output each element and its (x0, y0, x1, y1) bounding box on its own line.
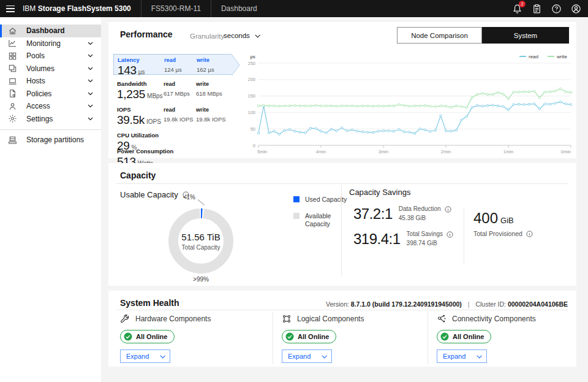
check-circle-icon (285, 332, 294, 341)
check-circle-icon (440, 332, 449, 341)
sidebar-item-access[interactable]: Access (0, 100, 101, 113)
health-logical-components: Logical ComponentsAll OnlineExpand (282, 314, 364, 363)
sidebar-item-label: Volumes (26, 64, 55, 73)
user-account-icon[interactable] (571, 4, 581, 14)
metric-read: read19.8k IOPS (164, 107, 194, 123)
chevron-down-icon (88, 42, 93, 45)
health-vertical-divider (428, 311, 428, 364)
home-icon (8, 26, 17, 36)
settings-icon (8, 114, 17, 123)
granularity-select[interactable]: seconds (224, 32, 259, 39)
view-toggle: Node Comparison System (397, 27, 569, 44)
product-prefix: IBM (23, 4, 36, 13)
expand-button[interactable]: Expand (120, 350, 170, 363)
available-percent-label: >99% (161, 276, 241, 283)
sidebar-item-volumes[interactable]: Volumes (0, 63, 101, 75)
expand-label: Expand (443, 353, 466, 360)
connectivity-icon (437, 314, 447, 324)
total-provisioned-label: Total Provisioned (473, 230, 522, 237)
status-badge-all-online[interactable]: All Online (282, 330, 336, 343)
metric-write: write618 MBps (196, 81, 222, 97)
sidebar-item-settings[interactable]: Settings (0, 113, 101, 126)
used-capacity-swatch (293, 196, 300, 202)
granularity-label: Granularity (190, 32, 224, 40)
status-badge-all-online[interactable]: All Online (120, 330, 175, 343)
access-icon (8, 102, 17, 111)
status-label: All Online (136, 333, 167, 340)
metric-read: read617 MBps (164, 81, 190, 97)
pools-icon (8, 52, 17, 61)
info-icon[interactable] (526, 231, 533, 237)
sidebar-item-pools[interactable]: Pools (0, 50, 101, 63)
cluster-id-value: 00000204A04106BE (508, 300, 568, 308)
sidebar-item-storage-partitions[interactable]: Storage partitions (0, 134, 101, 147)
system-name[interactable]: FS5300-RM-11 (141, 4, 211, 13)
sidebar-item-dashboard[interactable]: Dashboard (0, 25, 101, 37)
expand-button[interactable]: Expand (437, 350, 487, 363)
svg-text:µs: µs (251, 54, 256, 59)
total-savings-label: Total Savings (407, 230, 443, 239)
expand-button[interactable]: Expand (282, 350, 332, 363)
version-line: Version: 8.7.1.0 (build 179.12.240919194… (326, 300, 568, 308)
svg-text:2min: 2min (441, 149, 451, 155)
sidebar-item-label: Monitoring (26, 39, 61, 48)
monitoring-icon (8, 39, 17, 48)
total-provisioned-unit: GiB (500, 216, 514, 225)
sidebar-item-monitoring[interactable]: Monitoring (0, 37, 101, 50)
health-divider (116, 310, 568, 310)
latency-line-chart: 050100150200250µs5min4min3min2min1min0mi… (245, 53, 576, 157)
info-icon[interactable] (445, 206, 451, 213)
help-icon[interactable] (551, 4, 562, 14)
data-reduction-amount: 45.38 GiB (399, 214, 451, 223)
chevron-down-icon (160, 353, 165, 358)
chevron-down-icon (88, 54, 93, 58)
check-circle-icon (124, 332, 132, 341)
svg-text:4min: 4min (316, 149, 326, 155)
status-badge-all-online[interactable]: All Online (437, 330, 491, 343)
usable-capacity-donut: 51.56 TiB Total Capacity (161, 201, 241, 281)
svg-text:150: 150 (247, 93, 255, 99)
sidebar-divider (0, 129, 101, 130)
selected-metric-arrow (232, 54, 240, 76)
sidebar-item-label: Dashboard (26, 26, 65, 35)
svg-text:1min: 1min (503, 149, 513, 155)
toggle-node-comparison[interactable]: Node Comparison (397, 27, 482, 44)
metric-label: Power Consumption (117, 148, 232, 155)
capacity-divider (116, 183, 568, 184)
info-icon[interactable] (447, 231, 453, 238)
metric-write: write19.8k IOPS (196, 107, 226, 123)
chevron-down-icon (88, 67, 93, 71)
sidebar-item-label: Policies (26, 90, 51, 98)
breadcrumb-page[interactable]: Dashboard (211, 4, 267, 13)
svg-text:50: 50 (251, 126, 255, 132)
expand-label: Expand (288, 353, 311, 360)
svg-text:0: 0 (253, 143, 255, 148)
total-provisioned-block: 400GiB Total Provisioned (473, 210, 533, 237)
policies-icon (8, 89, 17, 98)
metric-read: read124 µs (164, 57, 182, 73)
chevron-down-icon (88, 117, 93, 121)
sidebar-item-policies[interactable]: Policies (0, 88, 101, 101)
status-label: All Online (298, 333, 329, 340)
total-provisioned-value: 400 (473, 210, 498, 226)
menu-hamburger-icon[interactable] (6, 6, 15, 12)
status-label: All Online (453, 333, 484, 340)
tasks-clipboard-icon[interactable] (532, 4, 542, 14)
system-health-title: System Health (120, 298, 179, 308)
metrics-panel: Latency143µsread124 µswrite162 µsBandwid… (113, 54, 242, 157)
capacity-savings-title: Capacity Savings (349, 188, 410, 197)
sidebar-item-hosts[interactable]: Hosts (0, 75, 101, 88)
capacity-savings-block: 37.2:1 Data Reduction 45.38 GiB 319.4:1 … (353, 205, 453, 255)
metric-iops[interactable]: IOPS39.5kIOPSread19.8k IOPSwrite19.8k IO… (113, 104, 232, 127)
metric-latency[interactable]: Latency143µsread124 µswrite162 µs (113, 54, 232, 75)
storage-partitions-icon (8, 136, 17, 145)
health-component-label: Logical Components (297, 315, 364, 323)
toggle-system[interactable]: System (482, 27, 569, 44)
notifications-bell-icon[interactable]: 2 (512, 4, 522, 14)
sidebar-item-label: Settings (26, 115, 53, 123)
wrench-icon (120, 314, 130, 324)
svg-text:write: write (556, 54, 567, 59)
sidebar-item-label: Access (26, 102, 50, 110)
sidebar-item-label: Storage partitions (26, 136, 84, 144)
metric-bandwidth[interactable]: Bandwidth1,235MBpsread617 MBpswrite618 M… (113, 78, 232, 101)
